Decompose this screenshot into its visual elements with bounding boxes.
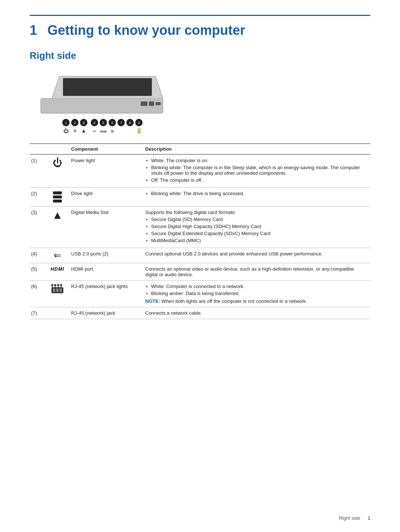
col-header-blank2 — [47, 144, 70, 154]
desc-list: Blinking white: The drive is being acces… — [145, 191, 367, 196]
power-icon: ⏻ — [53, 157, 62, 168]
page-wrapper: 1 Getting to know your computer Right si… — [0, 0, 400, 349]
note-text: When both lights are off the computer is… — [161, 298, 307, 304]
list-item: White: The computer is on. — [145, 158, 367, 163]
list-item: Off: The computer is off. — [145, 177, 367, 183]
svg-text:⊞: ⊞ — [111, 129, 114, 133]
desc-list: White: The computer is on. Blinking whit… — [145, 158, 367, 183]
svg-text:⇐: ⇐ — [93, 129, 96, 133]
svg-rect-41 — [53, 200, 62, 203]
desc-list: Secure Digital (SD) Memory Card Secure D… — [145, 217, 367, 243]
list-item: White: Computer is connected to a networ… — [145, 284, 367, 289]
svg-rect-40 — [53, 195, 62, 198]
row-num: (2) — [30, 188, 47, 207]
row-icon: HDMI — [47, 263, 70, 281]
component-table: Component Description (1) ⏻ Power light … — [30, 143, 370, 319]
col-header-blank1 — [30, 144, 47, 154]
row-name: USB 2.0 ports (2) — [70, 248, 144, 263]
note-block: NOTE: When both lights are off the compu… — [145, 298, 367, 304]
svg-rect-2 — [141, 101, 147, 106]
list-item: MultiMediaCard (MMC) — [145, 238, 367, 243]
laptop-diagram-area: 1 2 3 4 5 6 7 8 — [30, 69, 185, 137]
row-desc: Connects a network cable. — [144, 307, 370, 319]
footer: Right side 1 — [339, 515, 370, 521]
svg-rect-1 — [63, 78, 152, 96]
svg-text:8: 8 — [129, 121, 131, 125]
svg-rect-4 — [156, 102, 161, 105]
row-icon: ⏻ — [47, 154, 70, 188]
network-lights-icon — [51, 290, 64, 295]
svg-text:▲: ▲ — [81, 128, 86, 134]
laptop-diagram: 1 2 3 4 5 6 7 8 — [30, 69, 185, 135]
row-icon: ⇐ — [47, 248, 70, 263]
row-name: RJ-45 (network) jack — [70, 307, 144, 319]
list-item: Blinking white: The drive is being acces… — [145, 191, 367, 196]
row-num: (7) — [30, 307, 47, 319]
hdmi-icon: HDMI — [50, 266, 64, 272]
col-header-component: Component — [70, 144, 144, 154]
desc-intro: Connects an optional video or audio devi… — [145, 266, 354, 277]
row-num: (3) — [30, 207, 47, 248]
list-item: Secure Digital Extended Capacity (SDxC) … — [145, 231, 367, 236]
svg-rect-45 — [60, 288, 62, 292]
row-desc: Supports the following digital card form… — [144, 207, 370, 248]
svg-text:≡: ≡ — [73, 128, 76, 134]
table-row: (6) — [30, 281, 370, 307]
svg-text:2: 2 — [74, 121, 76, 125]
chapter-title: 1 Getting to know your computer — [30, 23, 370, 38]
row-num: (4) — [30, 248, 47, 263]
row-icon — [47, 307, 70, 319]
table-row: (2) Drive light Blinking white: The driv… — [30, 188, 370, 207]
row-num: (6) — [30, 281, 47, 307]
table-header-row: Component Description — [30, 144, 370, 154]
table-row: (7) RJ-45 (network) jack Connects a netw… — [30, 307, 370, 319]
chapter-number: 1 — [30, 23, 37, 38]
row-name: Digital Media Slot — [70, 207, 144, 248]
media-slot-icon: ▲ — [52, 209, 63, 221]
footer-section-label: Right side — [339, 515, 360, 521]
svg-point-50 — [51, 284, 53, 286]
row-desc: White: The computer is on. Blinking whit… — [144, 154, 370, 188]
table-row: (4) ⇐ USB 2.0 ports (2) Connect optional… — [30, 248, 370, 263]
row-name: RJ-45 (network) jack lights — [70, 281, 144, 307]
svg-text:6: 6 — [111, 121, 113, 125]
table-row: (1) ⏻ Power light White: The computer is… — [30, 154, 370, 188]
svg-text:4: 4 — [93, 121, 95, 125]
svg-text:3: 3 — [83, 121, 84, 125]
svg-text:⏻: ⏻ — [63, 128, 69, 134]
svg-text:HDMI: HDMI — [100, 130, 107, 133]
usb-icon: ⇐ — [54, 250, 61, 260]
row-icon — [47, 281, 70, 307]
row-icon: ▲ — [47, 207, 70, 248]
desc-intro: Supports the following digital card form… — [145, 210, 236, 215]
row-name: Drive light — [70, 188, 144, 207]
row-num: (5) — [30, 263, 47, 281]
row-icon — [47, 188, 70, 207]
svg-text:9: 9 — [138, 121, 140, 125]
table-row: (3) ▲ Digital Media Slot Supports the fo… — [30, 207, 370, 248]
svg-text:5: 5 — [102, 121, 104, 125]
chapter-title-text: Getting to know your computer — [47, 23, 245, 38]
row-desc: Blinking white: The drive is being acces… — [144, 188, 370, 207]
table-row: (5) HDMI HDMI port Connects an optional … — [30, 263, 370, 281]
footer-page-number: 1 — [368, 515, 370, 521]
row-desc: White: Computer is connected to a networ… — [144, 281, 370, 307]
desc-intro: Connect optional USB 2.0 devices and pro… — [145, 251, 323, 257]
note-label: NOTE: — [145, 298, 161, 304]
svg-text:1: 1 — [65, 121, 67, 125]
col-header-description: Description — [144, 144, 370, 154]
svg-rect-44 — [56, 288, 59, 292]
top-rule — [30, 15, 370, 16]
svg-text:🔋: 🔋 — [136, 128, 143, 134]
svg-rect-39 — [53, 191, 62, 194]
row-desc: Connects an optional video or audio devi… — [144, 263, 370, 281]
svg-text:7: 7 — [120, 121, 122, 125]
desc-list: White: Computer is connected to a networ… — [145, 284, 367, 296]
svg-point-52 — [57, 284, 59, 286]
svg-point-51 — [54, 284, 56, 286]
list-item: Secure Digital (SD) Memory Card — [145, 217, 367, 222]
svg-rect-43 — [53, 288, 55, 292]
row-desc: Connect optional USB 2.0 devices and pro… — [144, 248, 370, 263]
svg-rect-3 — [149, 101, 154, 106]
row-name: HDMI port — [70, 263, 144, 281]
